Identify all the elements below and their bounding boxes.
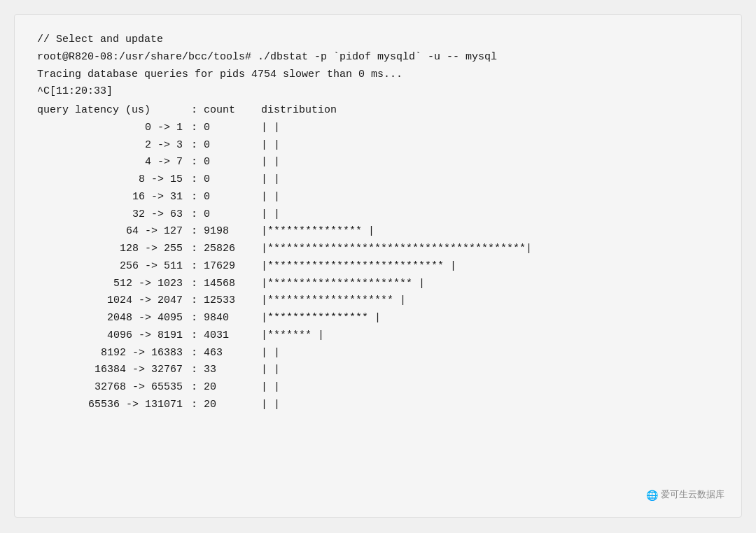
row-count: : 14568 <box>191 276 261 293</box>
row-range: 65536 -> 131071 <box>37 397 191 414</box>
table-row: 2048 -> 4095: 9840|**************** | <box>37 310 719 327</box>
table-row: 65536 -> 131071: 20| | <box>37 397 719 414</box>
row-range: 0 -> 1 <box>37 120 191 137</box>
row-range: 2 -> 3 <box>37 137 191 155</box>
row-count: : 9840 <box>191 310 261 327</box>
row-dist: | | <box>261 362 719 379</box>
row-count: : 12533 <box>191 292 261 310</box>
row-range: 8 -> 15 <box>37 171 191 189</box>
row-count: : 0 <box>191 189 261 206</box>
row-count: : 0 <box>191 154 261 171</box>
row-range: 64 -> 127 <box>37 223 191 241</box>
table-row: 8192 -> 16383: 463| | <box>37 345 719 362</box>
row-dist: |*********************** | <box>261 276 719 293</box>
watermark-text: 爱可生云数据库 <box>661 488 724 502</box>
row-dist: | | <box>261 154 719 171</box>
row-dist: |*************** | <box>261 223 719 241</box>
row-dist: | | <box>261 345 719 362</box>
table-row: 32 -> 63: 0| | <box>37 206 719 224</box>
comment-line: // Select and update <box>37 31 719 49</box>
interrupt-line: ^C[11:20:33] <box>37 83 719 101</box>
row-count: : 25826 <box>191 241 261 258</box>
row-range: 512 -> 1023 <box>37 276 191 293</box>
table-row: 8 -> 15: 0| | <box>37 171 719 189</box>
table-row: 16384 -> 32767: 33| | <box>37 362 719 379</box>
row-range: 4 -> 7 <box>37 154 191 171</box>
table-row: 4096 -> 8191: 4031|******* | <box>37 327 719 345</box>
row-dist: |******* | <box>261 327 719 345</box>
row-count: : 4031 <box>191 327 261 345</box>
row-count: : 463 <box>191 345 261 362</box>
table-header-row: query latency (us) : count distribution <box>37 102 719 120</box>
row-count: : 0 <box>191 120 261 137</box>
row-count: : 9198 <box>191 223 261 241</box>
row-range: 8192 -> 16383 <box>37 345 191 362</box>
row-count: : 0 <box>191 206 261 224</box>
table-rows: 0 -> 1: 0| |2 -> 3: 0| |4 -> 7: 0| |8 ->… <box>37 120 719 414</box>
row-dist: | | <box>261 397 719 414</box>
row-range: 128 -> 255 <box>37 241 191 258</box>
header-count: : count <box>191 102 261 120</box>
table-row: 512 -> 1023: 14568|*********************… <box>37 276 719 293</box>
header-dist: distribution <box>261 102 719 120</box>
table-row: 2 -> 3: 0| | <box>37 137 719 155</box>
row-dist: |***************************************… <box>261 241 719 258</box>
row-dist: |**************** | <box>261 310 719 327</box>
header-range: query latency (us) <box>37 102 191 120</box>
row-count: : 0 <box>191 137 261 155</box>
row-range: 16384 -> 32767 <box>37 362 191 379</box>
tracing-line: Tracing database queries for pids 4754 s… <box>37 66 719 84</box>
table-row: 256 -> 511: 17629|**********************… <box>37 258 719 276</box>
row-dist: | | <box>261 171 719 189</box>
row-count: : 20 <box>191 379 261 397</box>
row-dist: | | <box>261 379 719 397</box>
table-row: 64 -> 127: 9198|*************** | <box>37 223 719 241</box>
row-count: : 33 <box>191 362 261 379</box>
table-row: 4 -> 7: 0| | <box>37 154 719 171</box>
terminal-window: // Select and update root@R820-08:/usr/s… <box>14 14 742 518</box>
row-range: 1024 -> 2047 <box>37 292 191 310</box>
row-dist: | | <box>261 189 719 206</box>
watermark: 🌐 爱可生云数据库 <box>646 488 724 503</box>
table-row: 16 -> 31: 0| | <box>37 189 719 206</box>
row-range: 16 -> 31 <box>37 189 191 206</box>
row-dist: | | <box>261 137 719 155</box>
row-dist: |**************************** | <box>261 258 719 276</box>
watermark-icon: 🌐 <box>646 488 658 503</box>
table-row: 32768 -> 65535: 20| | <box>37 379 719 397</box>
command-line: root@R820-08:/usr/share/bcc/tools# ./dbs… <box>37 49 719 66</box>
row-range: 32768 -> 65535 <box>37 379 191 397</box>
row-range: 32 -> 63 <box>37 206 191 224</box>
row-range: 2048 -> 4095 <box>37 310 191 327</box>
row-range: 4096 -> 8191 <box>37 327 191 345</box>
row-count: : 20 <box>191 397 261 414</box>
row-dist: |******************** | <box>261 292 719 310</box>
row-count: : 0 <box>191 171 261 189</box>
table-row: 0 -> 1: 0| | <box>37 120 719 137</box>
table-row: 128 -> 255: 25826|**********************… <box>37 241 719 258</box>
table-section: query latency (us) : count distribution … <box>37 102 719 414</box>
table-row: 1024 -> 2047: 12533|********************… <box>37 292 719 310</box>
row-dist: | | <box>261 206 719 224</box>
row-dist: | | <box>261 120 719 137</box>
row-count: : 17629 <box>191 258 261 276</box>
row-range: 256 -> 511 <box>37 258 191 276</box>
